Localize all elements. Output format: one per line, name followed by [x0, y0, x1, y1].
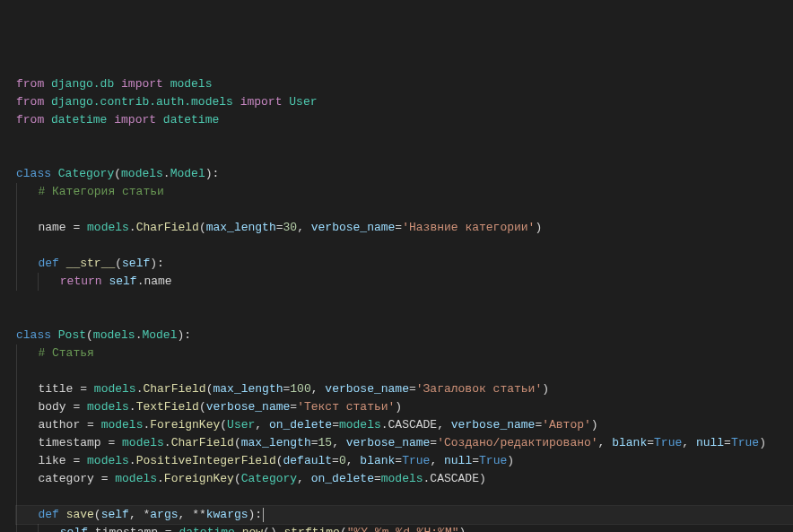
code-token: ,: [430, 454, 444, 467]
code-token: TextField: [136, 400, 199, 414]
code-token: .CASCADE: [423, 472, 479, 485]
code-line[interactable]: timestamp = models.CharField(max_length=…: [16, 434, 793, 452]
code-token: =: [374, 472, 381, 485]
code-line[interactable]: def save(self, *args, **kwargs):: [16, 506, 793, 524]
code-token: models: [122, 436, 164, 449]
code-token: =: [165, 526, 179, 532]
code-line[interactable]: author = models.ForeignKey(User, on_dele…: [16, 416, 793, 434]
code-token: .CASCADE: [381, 418, 437, 432]
code-token: def: [38, 257, 65, 270]
code-token: =: [409, 382, 416, 396]
code-line[interactable]: class Post(models.Model):: [16, 327, 793, 344]
code-token: ,: [437, 418, 451, 432]
code-line[interactable]: def __str__(self):: [16, 255, 793, 273]
code-token: (: [86, 328, 93, 342]
code-token: =: [101, 472, 116, 485]
code-token: null: [444, 454, 472, 467]
code-line[interactable]: [16, 362, 793, 380]
code-line[interactable]: self.timestamp = datetime.now().strftime…: [16, 524, 793, 532]
code-token: models: [87, 221, 129, 234]
code-token: ,: [129, 508, 144, 521]
code-line[interactable]: body = models.TextField(verbose_name='Те…: [16, 398, 793, 416]
code-token: (: [94, 508, 101, 521]
code-editor[interactable]: from django.db import modelsfrom django.…: [16, 75, 793, 532]
code-token: self: [101, 508, 129, 521]
code-line[interactable]: [16, 488, 793, 506]
code-token: models: [101, 418, 144, 432]
code-token: 100: [290, 382, 310, 396]
code-token: PositiveIntegerField: [136, 454, 276, 467]
code-line[interactable]: from datetime import datetime: [16, 111, 793, 129]
code-token: ): [542, 382, 549, 396]
code-token: Post: [58, 328, 86, 342]
code-token: .: [164, 436, 171, 449]
code-token: ): [479, 472, 486, 485]
code-line[interactable]: return self.name: [16, 273, 793, 291]
code-token: .name: [137, 275, 172, 288]
code-line[interactable]: [16, 291, 793, 309]
code-line[interactable]: class Category(models.Model):: [16, 165, 793, 183]
code-token: (: [199, 221, 206, 234]
code-token: (: [199, 400, 206, 414]
code-token: ): [395, 400, 402, 414]
code-line[interactable]: [16, 309, 793, 327]
code-line[interactable]: from django.db import models: [16, 75, 793, 93]
code-line[interactable]: like = models.PositiveIntegerField(defau…: [16, 452, 793, 470]
code-token: ):: [177, 328, 191, 342]
code-token: .: [129, 221, 136, 234]
code-token: args: [150, 508, 178, 521]
code-token: # Категория статьи: [38, 185, 163, 198]
code-token: =: [724, 436, 731, 449]
code-line[interactable]: [16, 129, 793, 147]
code-token: models: [381, 472, 423, 485]
code-token: ForeignKey: [164, 472, 234, 485]
code-line[interactable]: name = models.CharField(max_length=30, v…: [16, 219, 793, 237]
code-token: =: [276, 221, 283, 234]
code-token: models: [87, 454, 129, 467]
code-token: ().: [263, 526, 283, 532]
code-line[interactable]: [16, 201, 793, 219]
code-token: .: [163, 167, 170, 180]
code-token: ):: [248, 508, 263, 521]
code-token: 'Создано/редактировано': [437, 436, 597, 449]
code-token: from: [16, 113, 51, 126]
code-line[interactable]: from django.contrib.auth.models import U…: [16, 93, 793, 111]
code-line[interactable]: # Статья: [16, 344, 793, 362]
code-token: **: [192, 508, 206, 521]
code-token: return: [60, 275, 109, 288]
code-token: models: [339, 418, 381, 432]
code-token: on_delete: [311, 472, 374, 485]
code-token: datetime: [51, 113, 107, 126]
code-token: self: [109, 275, 136, 288]
code-line[interactable]: title = models.CharField(max_length=100,…: [16, 380, 793, 398]
code-token: Category: [58, 167, 114, 180]
code-token: ): [759, 436, 766, 449]
code-token: =: [73, 400, 87, 414]
code-line[interactable]: [16, 147, 793, 165]
code-token: (: [234, 436, 241, 449]
code-token: save: [66, 508, 94, 521]
code-token: verbose_name: [451, 418, 536, 432]
code-token: (: [220, 418, 227, 432]
code-token: CharField: [171, 436, 234, 449]
code-token: def: [38, 508, 65, 521]
code-token: blank: [360, 454, 395, 467]
code-token: 'Автор': [542, 418, 591, 432]
code-token: 'Загаловок статьи': [416, 382, 542, 396]
code-token: models: [170, 77, 213, 91]
code-line[interactable]: # Категория статьи: [16, 183, 793, 201]
code-token: 0: [339, 454, 346, 467]
code-token: True: [479, 454, 507, 467]
code-token: max_length: [241, 436, 311, 449]
code-token: self: [122, 257, 150, 270]
code-token: kwargs: [206, 508, 248, 521]
code-token: ,: [311, 382, 326, 396]
code-line[interactable]: [16, 237, 793, 255]
text-cursor: [263, 508, 264, 522]
code-token: =: [332, 418, 339, 432]
code-token: from: [16, 77, 51, 91]
code-line[interactable]: category = models.ForeignKey(Category, o…: [16, 470, 793, 488]
code-token: default: [283, 454, 333, 467]
code-token: 15: [318, 436, 333, 449]
code-token: =: [430, 436, 437, 449]
